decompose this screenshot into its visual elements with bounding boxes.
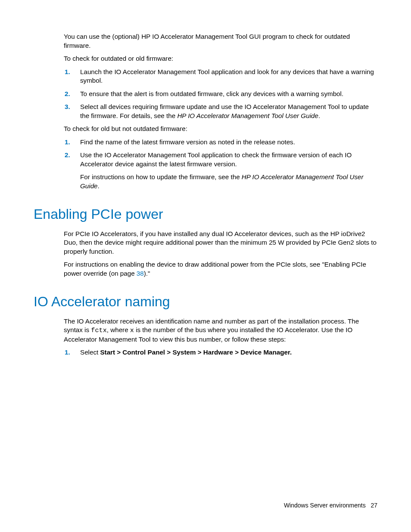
page-footer: Windows Server environments 27 [284, 501, 377, 510]
list-body: Launch the IO Accelerator Management Too… [80, 68, 377, 85]
intro-paragraph: You can use the (optional) HP IO Acceler… [64, 32, 377, 50]
guide-title: HP IO Accelerator Management Tool User G… [177, 112, 318, 119]
list-number: 2. [64, 151, 80, 190]
text: For instructions on how to update the fi… [80, 173, 242, 180]
list-item: 1. Find the name of the latest firmware … [64, 138, 377, 147]
list-item: 2. Use the IO Accelerator Management Too… [64, 151, 377, 190]
footer-page-number: 27 [371, 502, 377, 509]
body-paragraph: For instructions on enabling the device … [64, 260, 377, 278]
list-number: 2. [64, 90, 80, 99]
list-body: Select Start > Control Panel > System > … [80, 348, 377, 357]
text: , where [107, 326, 130, 333]
list-item: 1. Launch the IO Accelerator Management … [64, 68, 377, 85]
text: )." [144, 270, 150, 277]
list-number: 3. [64, 103, 80, 120]
body-paragraph: For PCIe IO Accelerators, if you have in… [64, 230, 377, 256]
list-body: Select all devices requiring firmware up… [80, 103, 377, 120]
text: . [98, 182, 100, 190]
text: Use the IO Accelerator Management Tool a… [80, 151, 352, 168]
list-body: To ensure that the alert is from outdate… [80, 90, 377, 99]
heading-enabling-pcie-power: Enabling PCIe power [34, 206, 377, 222]
intro-paragraph: To check for old but not outdated firmwa… [64, 124, 377, 134]
heading-io-accelerator-naming: IO Accelerator naming [34, 293, 377, 310]
list-number: 1. [64, 138, 80, 147]
list-number: 1. [64, 68, 80, 85]
menu-path: Start > Control Panel > System > Hardwar… [100, 348, 292, 356]
text: Select [80, 348, 100, 356]
body-paragraph: The IO Accelerator receives an identific… [64, 317, 377, 344]
footer-section-title: Windows Server environments [284, 502, 366, 509]
list-item: 1. Select Start > Control Panel > System… [64, 348, 377, 357]
text: . [318, 112, 320, 119]
list-body: Use the IO Accelerator Management Tool a… [80, 151, 377, 190]
intro-paragraph: To check for outdated or old firmware: [64, 54, 377, 63]
list-body: Find the name of the latest firmware ver… [80, 138, 377, 147]
list-item: 3. Select all devices requiring firmware… [64, 103, 377, 120]
list-item: 2. To ensure that the alert is from outd… [64, 90, 377, 99]
page-link[interactable]: 38 [137, 270, 144, 277]
code-text: fctx [91, 327, 106, 334]
code-text: x [130, 327, 134, 334]
text: For instructions on enabling the device … [64, 261, 366, 277]
list-number: 1. [64, 348, 80, 357]
